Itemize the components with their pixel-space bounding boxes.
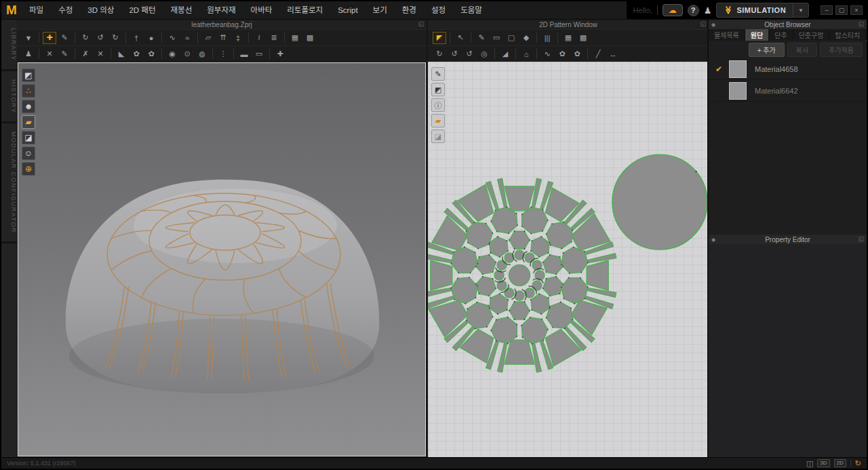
- buttonhole-icon[interactable]: ⊙: [180, 48, 194, 60]
- show-base-pattern-icon[interactable]: ◪: [431, 130, 445, 143]
- sync-icon[interactable]: ↻: [855, 459, 861, 468]
- measure-dashed-icon[interactable]: ↔: [606, 48, 620, 60]
- tab-4[interactable]: 탑스티치: [829, 29, 866, 41]
- menu-item-8[interactable]: Script: [330, 1, 365, 19]
- grid-small-icon[interactable]: ▦: [561, 32, 575, 44]
- 3d-viewport[interactable]: ◩∴☻▰◪☺⊕: [18, 62, 426, 456]
- restore-button[interactable]: ▢: [835, 5, 848, 15]
- grid-large-icon[interactable]: ▩: [576, 32, 590, 44]
- popout-icon[interactable]: ◱: [858, 20, 864, 27]
- cloud-sync-button[interactable]: ☁: [663, 4, 683, 16]
- lift-garment-icon[interactable]: ⇈: [216, 32, 230, 44]
- pin-icon[interactable]: †: [130, 32, 143, 44]
- show-seamlines-icon[interactable]: ∴: [22, 84, 35, 98]
- material-check-icon[interactable]: ✔: [709, 64, 729, 74]
- show-cloth-icon[interactable]: ◪: [22, 131, 35, 144]
- menu-item-0[interactable]: 파일: [22, 1, 51, 19]
- measure-line-icon[interactable]: ╱: [591, 48, 605, 60]
- action-button-0[interactable]: + 추가: [749, 43, 785, 57]
- material-row[interactable]: Material6642: [709, 80, 867, 102]
- split-view-icon[interactable]: ◫: [806, 459, 813, 468]
- material-swatch[interactable]: [729, 82, 747, 100]
- show-garment-icon[interactable]: ◩: [22, 68, 35, 82]
- reset-arrangement-icon[interactable]: ↻: [108, 32, 122, 44]
- rectangle-icon[interactable]: ▭: [490, 32, 503, 44]
- transform-pattern-icon[interactable]: ◤: [433, 32, 446, 44]
- flatten-pose-a-icon[interactable]: ✗: [79, 48, 92, 60]
- reset-2d-pattern-icon[interactable]: ↻: [433, 48, 446, 60]
- show-pattern-icon[interactable]: ▰: [22, 115, 35, 129]
- dock-tab-library[interactable]: LIBRARY: [1, 20, 17, 71]
- menu-item-12[interactable]: 도움말: [453, 1, 490, 19]
- edit-pattern-icon[interactable]: ↖: [454, 32, 467, 44]
- menu-item-9[interactable]: 보기: [366, 1, 395, 19]
- dock-tab-modular-configurator[interactable]: MODULAR CONFIGURATOR: [1, 123, 17, 243]
- action-button-2[interactable]: 추가적용: [820, 43, 863, 57]
- sew-free-icon[interactable]: ≈: [180, 32, 194, 44]
- fold-arrangement-icon[interactable]: ▱: [201, 32, 215, 44]
- material-row[interactable]: ✔Material4658: [709, 58, 867, 80]
- patch-b-icon[interactable]: ✿: [144, 48, 158, 60]
- show-avatar-icon[interactable]: ☻: [22, 100, 35, 113]
- show-avatar-silhouette-icon[interactable]: ☺: [22, 146, 35, 160]
- action-button-1[interactable]: 복사: [787, 43, 817, 57]
- pleats-icon[interactable]: |||: [540, 32, 554, 44]
- add-avatar-button[interactable]: ♟: [704, 5, 712, 16]
- panel-a-icon[interactable]: ▬: [237, 48, 251, 60]
- avatar-measure-icon[interactable]: ✎: [58, 48, 71, 60]
- view-3d-button[interactable]: 3D: [817, 459, 829, 467]
- popout-icon[interactable]: ◱: [700, 20, 706, 27]
- patch-2d-b-icon[interactable]: ✿: [570, 48, 584, 60]
- simulate-icon[interactable]: ▼: [22, 32, 35, 44]
- simulation-button[interactable]: ≫ SIMULATION: [717, 5, 793, 15]
- 2d-viewport[interactable]: ✎◩ⓘ▰◪: [428, 62, 709, 458]
- button-sew-icon[interactable]: ◍: [195, 48, 209, 60]
- symmetric-pin-icon[interactable]: ✚: [273, 48, 287, 60]
- reset-2d-arrangement-icon[interactable]: ↻: [79, 32, 92, 44]
- polygon-icon[interactable]: ✎: [475, 32, 488, 44]
- match-to-3d-icon[interactable]: ◎: [477, 48, 491, 60]
- sew-2d-icon[interactable]: ∿: [540, 48, 554, 60]
- show-environment-icon[interactable]: ⊕: [22, 162, 35, 176]
- grid-remesh-icon[interactable]: ▩: [303, 32, 317, 44]
- collapse-arrow-icon[interactable]: ◆: [711, 22, 715, 28]
- popout-icon[interactable]: ◱: [418, 20, 424, 27]
- menu-item-3[interactable]: 2D 패턴: [121, 1, 163, 19]
- simulation-dropdown[interactable]: ▼: [793, 3, 808, 17]
- shirring-icon[interactable]: ≀: [252, 32, 266, 44]
- dock-tab-history[interactable]: HISTORY: [1, 71, 17, 123]
- button-icon[interactable]: ◉: [165, 48, 179, 60]
- ellipse-icon[interactable]: ▢: [505, 32, 518, 44]
- dart-icon[interactable]: ◆: [519, 32, 533, 44]
- fitting-suit-icon[interactable]: ◣: [115, 48, 128, 60]
- view-2d-button[interactable]: 2D: [834, 459, 846, 467]
- patch-a-icon[interactable]: ✿: [130, 48, 143, 60]
- sew-segment-icon[interactable]: ∿: [165, 32, 179, 44]
- select-mesh-icon[interactable]: ✎: [58, 32, 71, 44]
- grid-quad-icon[interactable]: ▦: [288, 32, 302, 44]
- tack-on-avatar-icon[interactable]: ‡: [231, 32, 245, 44]
- edit-texture-icon[interactable]: ✎: [431, 67, 445, 81]
- reset-to-default-icon[interactable]: ↺: [462, 48, 476, 60]
- panel-b-icon[interactable]: ▭: [252, 48, 266, 60]
- show-info-icon[interactable]: ⓘ: [431, 98, 445, 112]
- menu-item-11[interactable]: 설정: [424, 1, 453, 19]
- avatar-pose-icon[interactable]: ♟: [22, 48, 35, 60]
- help-button[interactable]: ?: [688, 5, 699, 16]
- collapse-arrow-icon[interactable]: ◆: [711, 237, 715, 243]
- zipper-icon[interactable]: ⋮: [216, 48, 230, 60]
- flatten-pose-b-icon[interactable]: ✕: [94, 48, 107, 60]
- show-3d-garment-overlay-icon[interactable]: ⌂: [519, 48, 533, 60]
- menu-item-5[interactable]: 원부자재: [199, 1, 243, 19]
- show-pattern-2d-icon[interactable]: ▰: [431, 114, 445, 128]
- menu-item-4[interactable]: 재봉선: [163, 1, 199, 19]
- tab-2[interactable]: 단추: [769, 29, 793, 41]
- arrangement-sphere-icon[interactable]: ●: [144, 32, 158, 44]
- menu-item-1[interactable]: 수정: [51, 1, 80, 19]
- menu-item-10[interactable]: 환경: [395, 1, 424, 19]
- tab-1[interactable]: 원단: [745, 29, 769, 41]
- close-button[interactable]: ×: [850, 5, 863, 15]
- minimize-button[interactable]: –: [821, 5, 833, 15]
- menu-item-6[interactable]: 아바타: [243, 1, 280, 19]
- menu-item-2[interactable]: 3D 의상: [80, 1, 121, 19]
